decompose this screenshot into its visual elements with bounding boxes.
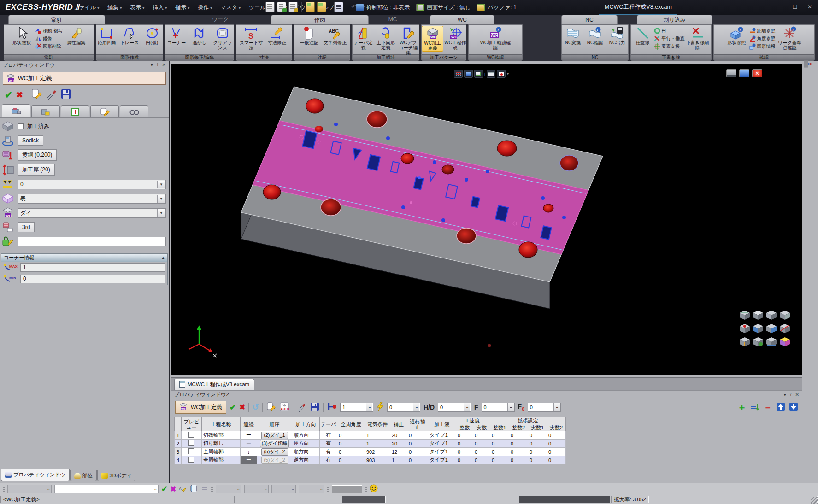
process-row-3[interactable]: 3全周輪郭↓(5)ダイ_2順方向有0902120タイプ1000000 [175,448,566,456]
cell-name[interactable]: 切残輪郭 [202,431,241,440]
child-restore-button[interactable] [739,69,749,77]
cell-ext_i2[interactable]: 0 [509,440,528,448]
view-cube-isometric-button[interactable] [779,336,791,348]
cell-dir[interactable]: 逆方向 [292,440,320,448]
cell-dir[interactable]: 順方向 [292,431,320,440]
chevron-down-icon[interactable]: ▼ [157,209,165,217]
toggle-2[interactable]: バッファ: 1 [477,4,516,12]
undo-icon[interactable]: ↺ [252,402,259,412]
import-folder-icon[interactable] [306,2,315,12]
panel-close-icon[interactable]: ✕ [795,392,799,398]
close-button[interactable]: ✕ [806,4,813,10]
cell-f_real[interactable]: 0 [473,456,490,464]
start-point-spinner[interactable]: 1 [340,403,373,412]
apply-check-icon[interactable]: ✔ [5,89,12,100]
menu-操作[interactable]: 操作▾ [194,2,215,13]
menu-編集[interactable]: 編集▾ [104,2,125,13]
col-ext-r2[interactable]: 実数2 [547,424,566,431]
text-fix-button[interactable]: ABC 文字列修正 [323,26,347,46]
snap-select-1[interactable] [216,485,241,493]
cell-comp[interactable]: 12 [390,448,407,456]
cell-cont[interactable]: ー [241,440,257,448]
col-ext-r1[interactable]: 実数1 [528,424,547,431]
confirm-check-icon[interactable]: ✔ [161,485,167,493]
cell-name[interactable]: 全周輪郭 [202,456,241,464]
view-cube-button[interactable] [752,309,764,321]
thickness-button[interactable]: 加工厚 (20) [18,164,55,176]
toggle-1[interactable]: 画面サイズ : 無し [416,4,471,12]
distance-reference-button[interactable]: 距離参照 [749,28,776,34]
move-row-down-icon[interactable] [789,402,798,413]
element-support-button[interactable]: 要素支援 [654,43,685,50]
cell-name[interactable]: 全周輪郭 [202,448,241,456]
menu-マスタ[interactable]: マスタ▾ [217,2,244,13]
bottom-tab-3Dボディ[interactable]: 3Dボディ [97,470,136,481]
move-row-up-icon[interactable] [776,402,785,413]
cell-ext_i1[interactable]: 0 [490,431,509,440]
cell-fluid[interactable]: タイプ1 [428,440,456,448]
document-tab[interactable]: MCWC工程作成V8.excam [174,379,254,390]
snap-select-4[interactable] [299,485,324,493]
cell-ext_r2[interactable]: 0 [547,440,566,448]
ribbon-tab-作図[interactable]: 作図 [271,15,369,24]
col-order[interactable]: 順序 [257,417,292,431]
ribbon-tab-WC[interactable]: WC [430,15,494,24]
child-minimize-button[interactable] [726,69,736,77]
col-direction[interactable]: 加工方向 [292,417,320,431]
ribbon-tab-常駐[interactable]: 常駐 [8,15,105,24]
smiley-assistant-icon[interactable] [370,484,378,494]
col-angle[interactable]: 全周角度 [337,417,365,431]
definition-title-field[interactable]: WC WC加工定義 [3,72,166,85]
delete-draft-line-button[interactable]: 下書き線削除 [686,26,710,51]
general-note-button[interactable]: 一般注記 [297,26,322,46]
die-select[interactable]: ダイ▼ [18,208,166,218]
menu-挿入[interactable]: 挿入▾ [149,2,170,13]
order-button[interactable]: (3)ダイ切離 [260,440,289,447]
cell-elec[interactable]: 903 [365,456,390,464]
cell-f_int[interactable]: 0 [456,456,473,464]
cell-fluid[interactable]: タイプ1 [428,456,456,464]
ribbon-tab-割り込み[interactable]: 割り込み [637,15,712,24]
shape-info-button[interactable]: 図形情報 [749,43,776,50]
col-ext-i2[interactable]: 整数2 [509,424,528,431]
clearance-button[interactable]: クリアランス [212,26,234,51]
smart-dimension-button[interactable]: S スマート寸法 [239,26,264,51]
wc-approach-edit-button[interactable]: WCアプローチ編集 [397,26,419,55]
col-continuous[interactable]: 連続 [241,417,257,431]
col-f-int[interactable]: 整数 [456,424,473,431]
power-spinner[interactable]: 0 [387,403,420,412]
panel-menu-icon[interactable]: ▾ [784,392,786,398]
machined-checkbox[interactable] [18,123,24,129]
cell-ext_r2[interactable]: 0 [547,431,566,440]
face-select[interactable]: 表▼ [18,194,166,204]
cell-ext_i1[interactable]: 0 [490,440,509,448]
circle-arc-button[interactable]: 円(弧) [141,26,163,46]
relief-button[interactable]: 逃がし [188,26,211,46]
corner-max-field[interactable]: 1 [20,263,165,272]
cell-ext_r2[interactable]: 0 [547,456,566,464]
cell-delay[interactable]: 0 [407,440,428,448]
panel-tab-machine[interactable] [2,104,30,117]
preview-checkbox[interactable] [188,457,194,463]
chevron-down-icon[interactable]: ▾ [507,72,509,76]
view-plane-icon[interactable] [487,70,495,78]
open-cam-document-icon[interactable] [288,2,298,12]
applied-rectangle-button[interactable]: 応用四角 [96,26,118,46]
view-locale-icon[interactable] [497,70,506,78]
cell-fluid[interactable]: タイプ1 [428,448,456,456]
cell-angle[interactable]: 0 [337,431,365,440]
panel-tab-condition[interactable] [31,105,60,117]
panel-tab-window[interactable] [61,105,89,117]
menu-ファイル[interactable]: ファイル▾ [70,2,102,13]
menu-指示[interactable]: 指示▾ [172,2,193,13]
move-copy-button[interactable]: 移動,複写 [35,28,63,34]
nth-cut-button[interactable]: 3rd [18,222,35,232]
view-cube-button[interactable] [779,322,791,334]
child-close-button[interactable] [752,69,762,77]
angle-reference-button[interactable]: 角度参照 [749,35,776,42]
col-preview[interactable]: プレビュー [182,417,202,431]
cell-f_real[interactable]: 0 [473,448,490,456]
mirror-button[interactable]: 鏡像 [35,35,63,42]
col-electric[interactable]: 電気条件 [365,417,390,431]
cell-angle[interactable]: 0 [337,440,365,448]
